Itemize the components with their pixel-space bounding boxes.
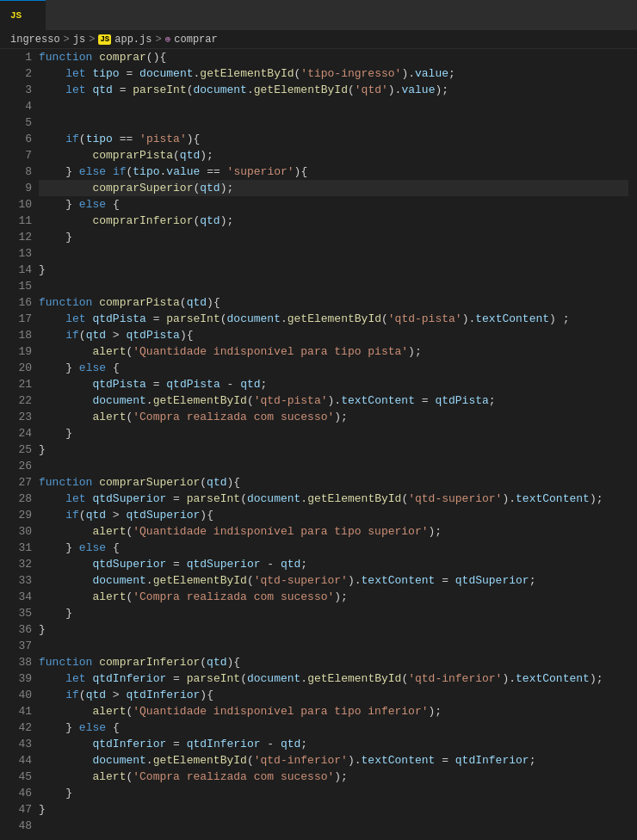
- breadcrumb-js-icon: JS: [98, 34, 111, 45]
- code-line-16: function comprarPista(qtd){: [39, 294, 628, 311]
- code-line-20: } else {: [39, 360, 628, 376]
- code-line-41: alert('Quantidade indisponível para tipo…: [39, 703, 628, 720]
- breadcrumb-fn-icon: ⊕: [165, 34, 171, 45]
- code-line-36: }: [39, 621, 628, 638]
- code-line-33: document.getElementById('qtd-superior').…: [39, 572, 628, 589]
- code-line-7: comprarPista(qtd);: [39, 147, 628, 164]
- line-numbers: 1234567891011121314151617181920212223242…: [0, 49, 39, 840]
- code-line-26: [39, 458, 628, 474]
- code-line-24: }: [39, 425, 628, 442]
- breadcrumb-sep-1: >: [64, 34, 70, 46]
- code-content: function comprar(){ let tipo = document.…: [39, 49, 637, 840]
- breadcrumb-js: js: [73, 34, 85, 46]
- code-line-3: let qtd = parseInt(document.getElementBy…: [39, 82, 628, 98]
- code-line-5: [39, 114, 628, 131]
- code-line-28: let qtdSuperior = parseInt(document.getE…: [39, 491, 628, 507]
- code-line-23: alert('Compra realizada com sucesso');: [39, 409, 628, 425]
- code-line-45: alert('Compra realizada com sucesso');: [39, 769, 628, 785]
- code-line-14: }: [39, 262, 628, 278]
- code-line-46: }: [39, 785, 628, 801]
- breadcrumb-appjs: app.js: [114, 34, 152, 46]
- code-line-15: [39, 278, 628, 294]
- code-line-11: comprarInferior(qtd);: [39, 213, 628, 229]
- code-line-10: } else {: [39, 196, 628, 213]
- code-line-6: if(tipo == 'pista'){: [39, 131, 628, 147]
- code-line-21: qtdPista = qtdPista - qtd;: [39, 376, 628, 392]
- breadcrumb-comprar: comprar: [174, 34, 217, 46]
- code-line-47: }: [39, 801, 628, 818]
- breadcrumb-sep-3: >: [155, 34, 161, 46]
- code-line-39: let qtdInferior = parseInt(document.getE…: [39, 670, 628, 687]
- code-line-19: alert('Quantidade indisponível para tipo…: [39, 343, 628, 360]
- breadcrumb-ingresso: ingresso: [10, 34, 60, 46]
- tab-bar: JS: [0, 0, 637, 30]
- code-line-8: } else if(tipo.value == 'superior'){: [39, 164, 628, 180]
- code-line-12: }: [39, 229, 628, 245]
- code-line-1: function comprar(){: [39, 49, 628, 65]
- code-line-35: }: [39, 605, 628, 621]
- code-line-34: alert('Compra realizada com sucesso');: [39, 589, 628, 605]
- breadcrumb: ingresso > js > JS app.js > ⊕ comprar: [0, 30, 637, 49]
- code-line-43: qtdInferior = qtdInferior - qtd;: [39, 736, 628, 752]
- code-line-37: [39, 638, 628, 654]
- js-icon: JS: [10, 10, 22, 21]
- code-line-48: [39, 818, 628, 834]
- code-line-32: qtdSuperior = qtdSuperior - qtd;: [39, 556, 628, 572]
- code-line-17: let qtdPista = parseInt(document.getElem…: [39, 311, 628, 327]
- code-editor[interactable]: 1234567891011121314151617181920212223242…: [0, 49, 637, 840]
- code-line-18: if(qtd > qtdPista){: [39, 327, 628, 343]
- code-line-42: } else {: [39, 720, 628, 736]
- code-line-9: comprarSuperior(qtd);: [39, 180, 628, 196]
- code-line-27: function comprarSuperior(qtd){: [39, 474, 628, 491]
- code-line-22: document.getElementById('qtd-pista').tex…: [39, 392, 628, 409]
- breadcrumb-sep-2: >: [89, 34, 95, 46]
- tab-app-js[interactable]: JS: [0, 0, 46, 30]
- code-line-44: document.getElementById('qtd-inferior').…: [39, 752, 628, 769]
- code-line-2: let tipo = document.getElementById('tipo…: [39, 65, 628, 82]
- code-line-29: if(qtd > qtdSuperior){: [39, 507, 628, 523]
- code-line-13: [39, 245, 628, 262]
- code-line-40: if(qtd > qtdInferior){: [39, 687, 628, 703]
- code-line-4: [39, 98, 628, 114]
- code-line-38: function comprarInferior(qtd){: [39, 654, 628, 670]
- code-line-25: }: [39, 442, 628, 458]
- code-line-30: alert('Quantidade indisponível para tipo…: [39, 523, 628, 540]
- code-line-31: } else {: [39, 540, 628, 556]
